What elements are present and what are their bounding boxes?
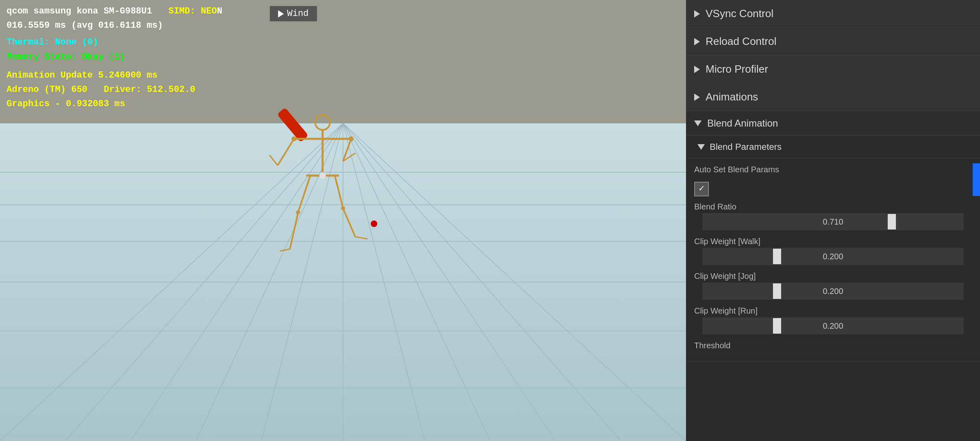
micro-profiler-title: Micro Profiler xyxy=(706,63,768,76)
memory-info: Memory State: Okay (1) xyxy=(7,52,125,62)
device-info: qcom samsung kona SM-G988U1 xyxy=(7,4,152,18)
auto-set-checkbox[interactable]: ✓ xyxy=(694,182,709,196)
svg-line-30 xyxy=(343,208,355,237)
svg-point-37 xyxy=(341,206,345,210)
skeleton-figure xyxy=(261,94,384,257)
threshold-row: Threshold xyxy=(686,339,980,354)
blend-ratio-row: Blend Ratio 0.710 xyxy=(686,200,980,234)
hud-overlay: qcom samsung kona SM-G988U1 SIMD: NEON 0… xyxy=(0,0,229,115)
adreno-info: Adreno (TM) 650 xyxy=(7,82,87,97)
thermal-info: Thermal: None (0) xyxy=(7,37,98,47)
svg-line-27 xyxy=(298,176,310,212)
micro-profiler-section: Micro Profiler xyxy=(686,56,980,83)
reload-title: Reload Control xyxy=(706,35,776,48)
svg-line-32 xyxy=(355,237,368,239)
svg-line-29 xyxy=(335,176,343,208)
blend-ratio-thumb xyxy=(888,214,896,229)
vsync-section: VSync Control xyxy=(686,0,980,28)
play-icon xyxy=(278,10,284,18)
svg-line-28 xyxy=(290,212,298,249)
vsync-expand-icon xyxy=(694,10,700,18)
animations-section: Animations xyxy=(686,83,980,111)
micro-profiler-expand-icon xyxy=(694,66,700,73)
auto-set-label: Auto Set Blend Params xyxy=(694,165,972,174)
clip-jog-row: Clip Weight [Jog] 0.200 xyxy=(686,269,980,304)
svg-line-23 xyxy=(270,155,278,165)
clip-walk-row: Clip Weight [Walk] 0.200 xyxy=(686,234,980,269)
red-dot-indicator xyxy=(371,220,377,227)
svg-point-34 xyxy=(349,136,354,141)
clip-walk-label: Clip Weight [Walk] xyxy=(694,237,972,246)
blend-ratio-label: Blend Ratio xyxy=(694,202,972,212)
blend-params-header: Blend Parameters xyxy=(686,136,980,158)
driver-info: Driver: 512.502.0 xyxy=(104,82,195,97)
auto-set-checkbox-container: ✓ xyxy=(686,178,980,200)
reload-header[interactable]: Reload Control xyxy=(686,28,980,55)
clip-jog-slider[interactable]: 0.200 xyxy=(702,283,964,300)
animations-expand-icon xyxy=(694,94,700,101)
clip-walk-value: 0.200 xyxy=(823,252,843,261)
svg-point-33 xyxy=(292,136,296,141)
auto-set-row: Auto Set Blend Params xyxy=(686,163,980,178)
viewport: qcom samsung kona SM-G988U1 SIMD: NEON 0… xyxy=(0,0,686,441)
checkmark-icon: ✓ xyxy=(699,185,704,194)
svg-line-31 xyxy=(280,249,290,251)
simd-info: SIMD: NEON xyxy=(168,4,222,18)
blend-params-title: Blend Parameters xyxy=(710,142,782,152)
svg-point-19 xyxy=(315,115,330,130)
animations-title: Animations xyxy=(706,91,758,103)
blend-ratio-value: 0.710 xyxy=(823,217,843,227)
svg-point-35 xyxy=(319,172,326,179)
clip-walk-thumb xyxy=(773,249,781,264)
clip-run-label: Clip Weight [Run] xyxy=(694,306,972,316)
svg-line-22 xyxy=(278,139,294,165)
blend-params-section: Blend Parameters Auto Set Blend Params ✓… xyxy=(686,136,980,361)
reload-section: Reload Control xyxy=(686,28,980,56)
blend-animation-header[interactable]: Blend Animation xyxy=(686,111,980,136)
blend-animation-title: Blend Animation xyxy=(707,118,778,129)
animation-update: Animation Update 5.246000 ms xyxy=(7,70,158,80)
blend-ratio-slider[interactable]: 0.710 xyxy=(702,213,964,230)
clip-run-thumb xyxy=(773,318,781,334)
svg-point-36 xyxy=(296,210,300,214)
clip-run-row: Clip Weight [Run] 0.200 xyxy=(686,304,980,339)
graphics-info: Graphics - 0.932083 ms xyxy=(7,99,125,109)
clip-jog-thumb xyxy=(773,283,781,299)
clip-walk-slider[interactable]: 0.200 xyxy=(702,248,964,265)
blend-animation-expand-icon xyxy=(694,120,702,126)
frame-time: 016.5559 ms (avg 016.6118 ms) xyxy=(7,18,223,33)
blue-accent-bar xyxy=(973,163,980,196)
clip-run-value: 0.200 xyxy=(823,321,843,331)
threshold-label: Threshold xyxy=(694,341,972,350)
clip-jog-value: 0.200 xyxy=(823,287,843,296)
clip-jog-label: Clip Weight [Jog] xyxy=(694,272,972,281)
blend-animation-section: Blend Animation Blend Parameters Auto Se… xyxy=(686,111,980,361)
right-panel: VSync Control Reload Control Micro Profi… xyxy=(686,0,980,441)
blend-params-expand-icon xyxy=(697,144,705,150)
wind-button[interactable]: Wind xyxy=(270,6,317,22)
reload-expand-icon xyxy=(694,38,700,45)
vsync-title: VSync Control xyxy=(706,7,773,20)
animations-header[interactable]: Animations xyxy=(686,83,980,111)
micro-profiler-header[interactable]: Micro Profiler xyxy=(686,56,980,83)
vsync-header[interactable]: VSync Control xyxy=(686,0,980,27)
clip-run-slider[interactable]: 0.200 xyxy=(702,317,964,334)
